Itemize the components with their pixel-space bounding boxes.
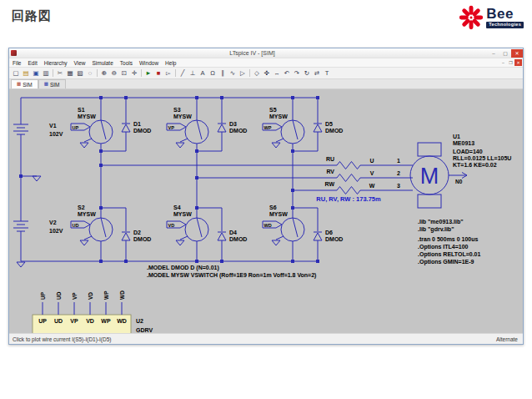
child-minimize-button[interactable]: – xyxy=(499,59,507,66)
component-ref-label: RU xyxy=(326,156,334,162)
component-value-label: 102V xyxy=(49,228,63,234)
zoom-out-icon[interactable]: ⊖ xyxy=(109,68,119,78)
component-ref-label: S4 xyxy=(173,205,181,210)
inductor-icon[interactable]: ∿ xyxy=(228,68,238,78)
spice-directives[interactable]: .lib "me0913.lib" .lib "gdrv.lib" .tran … xyxy=(418,219,481,265)
child-restore-button[interactable]: ❐ xyxy=(507,59,514,66)
driver-pin-stubs xyxy=(43,302,122,315)
component-ref-label: D6 xyxy=(325,230,333,235)
tab-sim-0[interactable]: ▦ SIM xyxy=(11,79,38,88)
child-close-button[interactable]: ✕ xyxy=(514,59,522,66)
diode-d4[interactable]: D4 DMOD xyxy=(218,230,247,242)
halt-icon[interactable]: ■ xyxy=(153,68,163,78)
menu-simulate[interactable]: Simulate xyxy=(88,60,116,66)
component-icon[interactable]: ◇ xyxy=(252,68,262,78)
rotate-icon[interactable]: ↻ xyxy=(302,68,312,78)
menu-hierarchy[interactable]: Hierarchy xyxy=(41,60,71,66)
source-v1[interactable]: V1 102V xyxy=(13,123,63,137)
schematic-tab-icon: ▦ xyxy=(44,82,48,87)
diode-d6[interactable]: D6 DMOD xyxy=(314,230,343,242)
switch-s3[interactable]: VP S3 MYSW xyxy=(167,107,208,148)
ground-icon[interactable]: ⊥ xyxy=(188,68,198,78)
motor-param: LOAD=140 xyxy=(453,149,483,154)
resistor-rw[interactable]: RW W 3 xyxy=(324,181,400,194)
ground-icon[interactable] xyxy=(17,262,25,267)
new-schematic-icon[interactable]: ▢ xyxy=(11,68,21,78)
resistor-ru[interactable]: RU U 1 xyxy=(326,156,400,169)
open-icon[interactable]: ▤ xyxy=(21,68,31,78)
switch-symbol xyxy=(281,120,304,144)
source-v2[interactable]: V2 102V xyxy=(13,220,63,234)
component-model-label: MYSW xyxy=(173,114,192,119)
switch-s5[interactable]: WP S5 MYSW xyxy=(263,107,304,148)
zoom-in-icon[interactable]: ⊕ xyxy=(99,68,109,78)
tab-bar: ▦ SIM ▦ SIM xyxy=(9,79,523,89)
ground-icon[interactable] xyxy=(33,176,41,181)
switch-symbol xyxy=(185,120,208,144)
menu-help[interactable]: Help xyxy=(162,60,179,66)
save-icon[interactable]: ▣ xyxy=(31,68,41,78)
find-icon[interactable]: ◌ xyxy=(85,68,95,78)
logo-text: Bee Technologies xyxy=(486,7,524,28)
solver-mode: Alternate xyxy=(496,336,523,342)
paste-icon[interactable]: ▧ xyxy=(75,68,85,78)
toolbar: ▢▤▣▥✂▦▧◌⊕⊖⊡✛►■▻╱⊥AΩ∥∿▷◇✜↔↶↷↻⇄T xyxy=(9,67,523,79)
tab-sim-1[interactable]: ▦ SIM xyxy=(38,79,66,88)
text-icon[interactable]: T xyxy=(322,68,332,78)
gate-net-label: VD xyxy=(168,223,175,228)
drag-icon[interactable]: ↔ xyxy=(272,68,282,78)
net-label-icon[interactable]: A xyxy=(198,68,208,78)
menu-file[interactable]: File xyxy=(9,60,24,66)
print-icon[interactable]: ▥ xyxy=(41,68,51,78)
switch-symbol xyxy=(185,218,208,241)
component-ref-label: V1 xyxy=(49,123,57,129)
resistor-rv[interactable]: RV V 2 xyxy=(326,169,400,182)
zoom-full-extents-icon[interactable]: ⊡ xyxy=(119,68,129,78)
resistor-icon[interactable]: Ω xyxy=(208,68,218,78)
diode-d2[interactable]: D2 DMOD xyxy=(122,230,151,242)
copy-icon[interactable]: ▦ xyxy=(65,68,75,78)
switch-s1[interactable]: UP S1 MYSW xyxy=(71,107,113,148)
wire-icon[interactable]: ╱ xyxy=(178,68,188,78)
menu-bar: File Edit Hierarchy View Simulate Tools … xyxy=(9,58,523,67)
switch-s6[interactable]: WD S6 MYSW xyxy=(263,205,304,245)
diode-symbol xyxy=(314,124,322,132)
component-ref-label: D4 xyxy=(229,230,237,235)
schematic-wires[interactable] xyxy=(21,98,413,261)
maximize-button[interactable]: ▢ xyxy=(499,49,511,58)
component-model-label: GDRV xyxy=(136,327,153,333)
pin-number: 2 xyxy=(397,170,400,176)
switch-s4[interactable]: VD S4 MYSW xyxy=(167,205,208,245)
menu-window[interactable]: Window xyxy=(136,60,162,66)
menu-edit[interactable]: Edit xyxy=(24,60,40,66)
resistor-value-annotation: RU, RV, RW : 173.75m xyxy=(316,195,381,203)
shaft-arrow-icon xyxy=(449,173,467,179)
minimize-button[interactable]: – xyxy=(488,49,499,58)
step-icon[interactable]: ▻ xyxy=(163,68,173,78)
undo-icon[interactable]: ↶ xyxy=(282,68,292,78)
ground-icon xyxy=(176,143,184,148)
capacitor-icon[interactable]: ∥ xyxy=(218,68,228,78)
switch-blade xyxy=(276,120,298,142)
menu-tools[interactable]: Tools xyxy=(117,60,136,66)
menu-view[interactable]: View xyxy=(71,60,89,66)
run-icon[interactable]: ► xyxy=(143,68,153,78)
component-ref-label: D2 xyxy=(133,230,141,235)
diode-icon[interactable]: ▷ xyxy=(238,68,248,78)
close-button[interactable]: ✕ xyxy=(511,49,523,58)
model-statements[interactable]: .MODEL DMOD D (N=0.01) .MODEL MYSW VSWIT… xyxy=(147,265,316,279)
mirror-icon[interactable]: ⇄ xyxy=(312,68,322,78)
motor-u1[interactable]: M N0 U1 ME0913 LOAD=140 RLL=0.0125 LL=10… xyxy=(410,134,511,208)
ground-icon xyxy=(176,240,184,245)
schematic-canvas[interactable]: V1 102V V2 102V UP xyxy=(9,89,523,333)
redo-icon[interactable]: ↷ xyxy=(292,68,302,78)
move-icon[interactable]: ✜ xyxy=(262,68,272,78)
pan-icon[interactable]: ✛ xyxy=(129,68,139,78)
tab-label: SIM xyxy=(23,82,33,88)
pin-number: 3 xyxy=(397,183,400,189)
switch-s2[interactable]: UD S2 MYSW xyxy=(71,205,113,245)
cut-icon[interactable]: ✂ xyxy=(55,68,65,78)
schematic-svg[interactable]: V1 102V V2 102V UP xyxy=(9,89,523,333)
gate-driver-u2[interactable]: UP UD VP VD WP WD UP UD VP VD WP WD U2 G… xyxy=(33,290,153,333)
gate-net-label: UP xyxy=(73,125,79,130)
